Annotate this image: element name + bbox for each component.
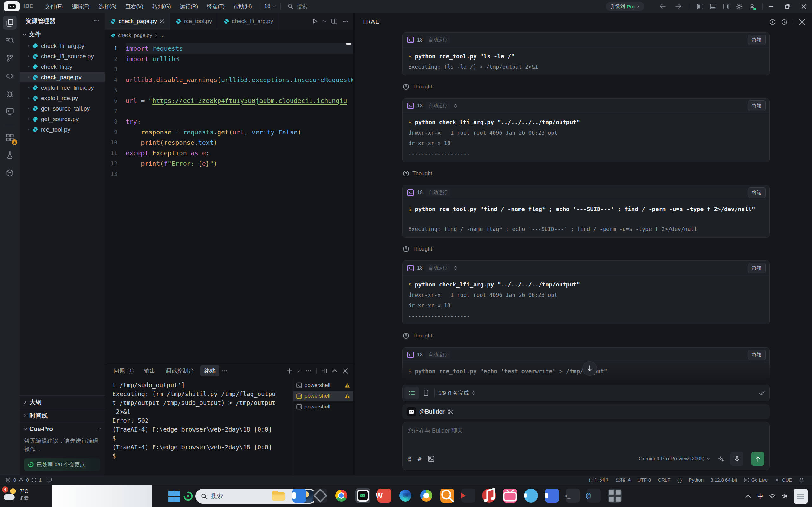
status-bar-item[interactable]: UTF-8 — [638, 477, 651, 483]
open-terminal-button[interactable]: 终端 — [748, 263, 766, 274]
panel-splitter[interactable] — [353, 13, 355, 475]
taskbar-app-icon[interactable]: W — [377, 489, 392, 503]
file-row[interactable]: check_lfi.py — [20, 61, 105, 72]
double-check-icon[interactable] — [759, 390, 765, 396]
status-bar-item[interactable]: Python — [689, 477, 704, 483]
thought-row[interactable]: Thought — [403, 83, 770, 90]
taskbar-app-icon[interactable] — [482, 489, 496, 503]
close-panel-icon[interactable] — [343, 368, 348, 374]
hidden-icons-chevron[interactable] — [745, 493, 751, 499]
terminal-list-item[interactable]: powershell — [293, 391, 353, 401]
global-search[interactable]: 搜索 — [288, 3, 307, 10]
file-row[interactable]: get_source.py — [20, 114, 105, 124]
status-bar-item[interactable]: 行 1, 列 1 — [589, 477, 609, 483]
terminal-more-icon[interactable] — [306, 368, 311, 374]
task-list-button[interactable] — [404, 387, 419, 399]
minimap[interactable] — [346, 43, 352, 45]
image-attach-icon[interactable] — [428, 456, 434, 462]
activity-bar-item[interactable] — [3, 69, 17, 83]
status-bar-item[interactable]: CUE — [774, 477, 792, 483]
weather-widget[interactable]: 4 7°C 多云 — [3, 488, 29, 502]
breadcrumb[interactable]: check_page.py ... — [105, 30, 353, 41]
mic-button[interactable] — [730, 452, 744, 466]
editor-more-icon[interactable] — [342, 18, 348, 24]
taskbar-app-icon[interactable] — [503, 489, 517, 503]
history-icon[interactable] — [781, 19, 787, 25]
status-bar-item[interactable]: 空格: 4 — [616, 477, 630, 483]
thought-row[interactable]: Thought — [403, 333, 770, 339]
settings-gear-icon[interactable] — [736, 3, 742, 9]
run-button[interactable] — [312, 18, 318, 24]
status-bar-item[interactable]: 3.12.8 64-bit — [711, 477, 737, 483]
status-bar-item[interactable] — [799, 477, 806, 483]
taskbar-app-icon[interactable] — [608, 489, 622, 503]
cue-pro-section[interactable]: Cue-Pro — [20, 422, 105, 435]
cue-more-icon[interactable] — [97, 426, 101, 432]
thought-row[interactable]: Thought — [403, 246, 770, 252]
timeline-section[interactable]: 时间线 — [20, 409, 105, 422]
taskbar-app-icon[interactable] — [313, 489, 327, 503]
file-row[interactable]: check_lfi_arg.py — [20, 41, 105, 51]
send-button[interactable] — [751, 452, 764, 466]
thought-row[interactable]: Thought — [403, 170, 770, 177]
open-terminal-button[interactable]: 终端 — [748, 35, 766, 45]
file-row[interactable]: check_lfi_source.py — [20, 51, 105, 61]
terminal-list-item[interactable]: powershell — [293, 401, 353, 412]
forward-button[interactable] — [675, 3, 681, 9]
updown-icon[interactable] — [453, 266, 458, 270]
outline-section[interactable]: 大纲 — [20, 395, 105, 409]
taskbar-app-icon[interactable] — [461, 489, 475, 503]
taskbar-app-icon[interactable]: >_ — [566, 489, 580, 503]
task-doc-icon[interactable] — [423, 390, 429, 396]
panel-tab[interactable]: 终端 — [200, 365, 219, 377]
file-row[interactable]: exploit_rce_linux.py — [20, 82, 105, 93]
terminal-output[interactable]: t /tmp/sudo_output']Executing: (rm /tmp/… — [105, 378, 293, 475]
panel-tab[interactable]: 输出 — [140, 365, 159, 377]
panel-tab[interactable]: 调试控制台 — [162, 365, 198, 377]
menu-item[interactable]: 转到(G) — [149, 1, 174, 12]
toggle-right-panel-icon[interactable] — [723, 3, 729, 9]
taskbar-app-icon[interactable] — [524, 489, 538, 503]
maximize-panel-icon[interactable] — [332, 368, 338, 374]
project-switcher[interactable]: 18 — [264, 3, 276, 9]
explorer-more-icon[interactable] — [93, 18, 99, 25]
app-logo[interactable] — [4, 1, 20, 11]
activity-bar-item[interactable] — [3, 130, 17, 145]
notification-panel[interactable] — [794, 489, 808, 504]
status-bar-item[interactable]: CRLF — [658, 477, 670, 483]
start-button[interactable] — [168, 490, 180, 502]
taskbar-app-icon[interactable] — [398, 489, 412, 503]
back-button[interactable] — [659, 3, 666, 9]
taskbar-app-icon[interactable] — [419, 489, 433, 503]
taskbar-app-icon[interactable] — [334, 489, 348, 503]
activity-bar-item[interactable] — [3, 87, 17, 101]
cue-processed-bar[interactable]: 已处理 0/0 个变更点 — [24, 458, 100, 471]
volume-icon[interactable] — [781, 493, 787, 499]
file-row[interactable]: check_page.py — [20, 72, 105, 82]
restore-button[interactable] — [779, 0, 796, 13]
taskbar-app-icon[interactable] — [293, 489, 306, 503]
scroll-to-bottom-button[interactable] — [582, 361, 597, 376]
new-terminal-icon[interactable] — [287, 368, 292, 374]
updown-icon[interactable] — [453, 104, 458, 108]
menu-item[interactable]: 编辑(E) — [68, 1, 93, 12]
activity-bar-item[interactable] — [3, 166, 17, 180]
panel-tabs-more-icon[interactable] — [222, 368, 227, 374]
model-selector[interactable]: Gemini-3-Pro-Preview (200k) — [639, 456, 710, 462]
activity-bar-item[interactable] — [3, 148, 17, 162]
activity-bar-item[interactable] — [3, 34, 17, 48]
chat-area[interactable]: 18 自动运行 终端 $ python rce_tool.py "ls -la … — [355, 31, 812, 383]
new-chat-icon[interactable] — [769, 19, 775, 25]
menu-item[interactable]: 终端(T) — [203, 1, 228, 12]
files-section-header[interactable]: 文件 — [20, 29, 105, 41]
activity-bar-item[interactable] — [3, 105, 17, 118]
status-bar-item[interactable]: Go Live — [744, 477, 768, 483]
editor-tab[interactable]: check_page.py — [105, 13, 170, 30]
mention-icon[interactable]: @ — [408, 455, 411, 463]
editor-tab[interactable]: rce_tool.py — [170, 13, 218, 30]
file-row[interactable]: get_source_tail.py — [20, 103, 105, 114]
menu-item[interactable]: 查看(V) — [122, 1, 147, 12]
open-terminal-button[interactable]: 终端 — [748, 349, 766, 360]
info-icon[interactable] — [32, 477, 37, 483]
ports-icon[interactable] — [47, 477, 52, 483]
